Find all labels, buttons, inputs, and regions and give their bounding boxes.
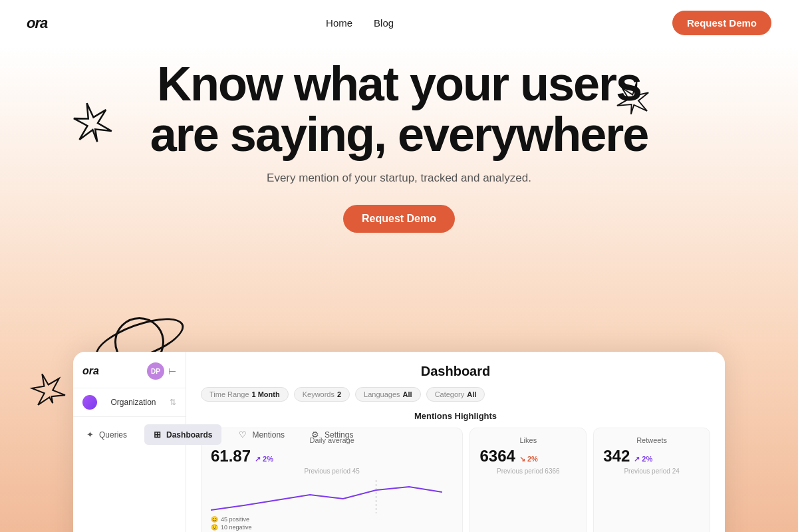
filter-value: 1 Month [252, 390, 280, 398]
sidebar-item-label: Mentions [252, 430, 285, 440]
sidebar-item-label: Queries [99, 430, 127, 440]
likes-value: 6364 ↘ 2% [479, 447, 577, 466]
daily-avg-value: 61.87 ↗ 2% [211, 447, 453, 466]
filter-languages[interactable]: Languages All [355, 387, 421, 402]
filter-value: All [403, 390, 412, 398]
retweets-prev: Previous period 24 [603, 467, 700, 475]
nav-home[interactable]: Home [326, 17, 352, 29]
navbar: ora Home Blog Request Demo [0, 0, 798, 46]
filter-label: Keywords [303, 390, 334, 398]
filter-time-range[interactable]: Time Range 1 Month [201, 387, 289, 402]
star-left-icon [66, 95, 119, 158]
nav-links: Home Blog [326, 17, 394, 29]
filter-label: Category [435, 390, 465, 398]
likes-card: Likes 6364 ↘ 2% Previous period 6366 [469, 428, 587, 532]
likes-trend: ↘ 2% [519, 455, 538, 464]
retweets-label: Retweets [603, 436, 700, 444]
retweets-trend: ↗ 2% [634, 455, 652, 464]
settings-icon: ⚙ [311, 430, 319, 440]
sidebar-logo: ora [82, 365, 99, 377]
chart-labels: 😊45 positive 😟10 negative • 29 Jun 2024 [211, 516, 453, 532]
hero-section: Know what your users are saying, everywh… [0, 46, 798, 532]
mentions-icon: ♡ [239, 430, 247, 440]
filter-value: All [467, 390, 476, 398]
filter-label: Time Range [209, 390, 249, 398]
daily-avg-trend: ↗ 2% [255, 455, 273, 464]
daily-avg-prev: Previous period 45 [211, 467, 453, 475]
sidebar-icons: DP ⊢ [147, 362, 176, 380]
sidebar-item-label: Settings [325, 430, 353, 440]
dashboard-preview: ora DP ⊢ Organization ⇅ ✦ Queries ⊞ Dash… [73, 352, 725, 532]
org-chevron-icon: ⇅ [170, 398, 176, 407]
mentions-highlights-title: Mentions Highlights [201, 411, 710, 421]
sidebar-item-mentions[interactable]: ♡ Mentions [229, 424, 294, 445]
org-selector[interactable]: Organization ⇅ [73, 388, 186, 417]
sidebar-item-dashboards[interactable]: ⊞ Dashboards [144, 424, 221, 445]
sidebar-collapse-icon[interactable]: ⊢ [168, 366, 176, 376]
daily-avg-chart [211, 480, 453, 513]
sidebar-item-label: Dashboards [166, 430, 212, 440]
filter-label: Languages [364, 390, 400, 398]
dashboard-title: Dashboard [201, 364, 710, 379]
sidebar: ora DP ⊢ Organization ⇅ ✦ Queries ⊞ Dash… [73, 352, 186, 532]
retweets-value: 342 ↗ 2% [603, 447, 700, 466]
likes-prev: Previous period 6366 [479, 467, 577, 475]
hero-demo-button[interactable]: Request Demo [343, 205, 455, 233]
sidebar-nav: ✦ Queries ⊞ Dashboards ♡ Mentions ⚙ Sett… [73, 417, 186, 452]
logo: ora [27, 15, 47, 32]
sidebar-item-queries[interactable]: ✦ Queries [77, 424, 136, 445]
queries-icon: ✦ [86, 430, 94, 440]
sidebar-item-settings[interactable]: ⚙ Settings [302, 424, 362, 445]
dashboards-icon: ⊞ [154, 430, 161, 440]
nav-blog[interactable]: Blog [374, 17, 394, 29]
likes-label: Likes [479, 436, 577, 444]
org-label: Organization [102, 398, 164, 407]
hero-title: Know what your users are saying, everywh… [126, 59, 672, 160]
star-bottom-left-icon [26, 367, 71, 416]
filters-bar: Time Range 1 Month Keywords 2 Languages … [201, 387, 710, 402]
avatar: DP [147, 362, 164, 380]
org-dot-icon [82, 395, 97, 410]
filter-category[interactable]: Category All [426, 387, 485, 402]
sidebar-top: ora DP ⊢ [73, 362, 186, 388]
filter-value: 2 [337, 390, 341, 398]
filter-keywords[interactable]: Keywords 2 [294, 387, 350, 402]
hero-subtitle: Every mention of your startup, tracked a… [0, 172, 798, 185]
retweets-card: Retweets 342 ↗ 2% Previous period 24 [593, 428, 710, 532]
nav-demo-button[interactable]: Request Demo [672, 11, 771, 35]
